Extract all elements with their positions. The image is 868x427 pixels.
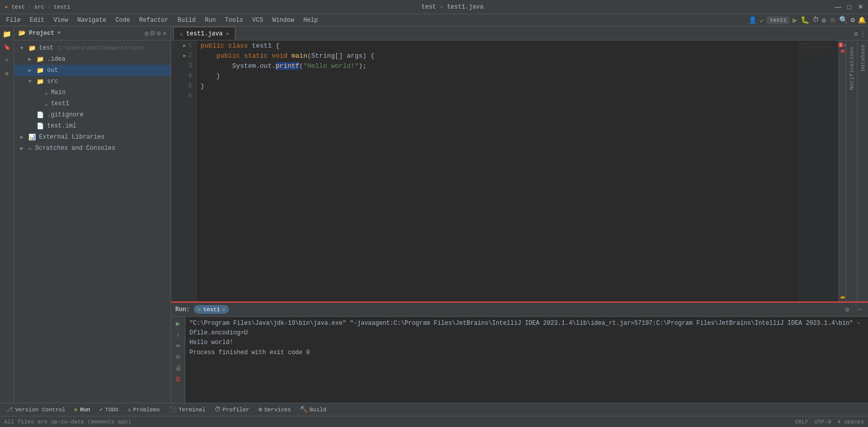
toolbar-build[interactable]: 🔨 Build bbox=[296, 405, 330, 415]
menu-window[interactable]: Window bbox=[268, 16, 298, 25]
menu-navigate[interactable]: Navigate bbox=[73, 16, 110, 25]
rerun-icon[interactable]: ▶ bbox=[174, 319, 183, 328]
line-ending-status[interactable]: CRLF bbox=[795, 419, 808, 425]
sidebar-item-test1[interactable]: ☕ test1 bbox=[14, 98, 171, 109]
sidebar-item-ext-libs[interactable]: ▶ 📊 External Libraries bbox=[14, 132, 171, 143]
line-number: 5 bbox=[188, 82, 192, 90]
menu-run[interactable]: Run bbox=[201, 16, 220, 25]
close-button[interactable]: ✕ bbox=[857, 4, 864, 11]
sidebar-header-icons: ◎ ⊟ ⚙ ✕ bbox=[145, 29, 167, 37]
file-icon: 📄 bbox=[36, 111, 44, 119]
window-title: test - test1.java bbox=[421, 4, 483, 11]
menu-help[interactable]: Help bbox=[299, 16, 322, 25]
menu-code[interactable]: Code bbox=[111, 16, 134, 25]
bookmark-icon[interactable]: 🔖 bbox=[2, 41, 13, 53]
tab-close-icon[interactable]: ✕ bbox=[226, 30, 229, 37]
toolbar-services-label: Services bbox=[264, 407, 291, 413]
settings-button[interactable]: ⚙ bbox=[851, 16, 855, 24]
sidebar-dropdown-icon[interactable]: ▼ bbox=[57, 30, 60, 36]
delete-icon[interactable]: 🗑 bbox=[174, 374, 183, 383]
code-editor-container: ▶ 1 ▶ 2 3 4 5 bbox=[171, 40, 839, 302]
scratches-icon: ✏ bbox=[28, 145, 32, 152]
bottom-strip-icon[interactable]: ⊞ bbox=[2, 68, 13, 79]
code-content[interactable]: public class test1 { public static void … bbox=[196, 40, 798, 302]
xml-file-icon: 📄 bbox=[36, 122, 44, 130]
maximize-button[interactable]: □ bbox=[846, 4, 853, 11]
toolbar-services[interactable]: ⚙ Services bbox=[254, 405, 295, 415]
close-sidebar-icon[interactable]: ✕ bbox=[163, 29, 167, 37]
expand-arrow-icon: ▶ bbox=[28, 56, 34, 62]
sidebar-item-out[interactable]: ▶ 📁 out bbox=[14, 65, 171, 76]
locate-icon[interactable]: ◎ bbox=[145, 29, 149, 37]
menu-file[interactable]: File bbox=[2, 16, 25, 25]
toolbar-version-control[interactable]: ⎇ Version Control bbox=[2, 405, 69, 415]
menu-vcs[interactable]: VCS bbox=[248, 16, 267, 25]
run-left-strip: ▶ ↓ ⇌ ⊟ 🖨 🗑 bbox=[171, 317, 185, 403]
tree-item-label: .idea bbox=[47, 56, 65, 63]
sidebar-item-src[interactable]: ▼ 📁 src bbox=[14, 76, 171, 87]
toolbar-todo[interactable]: ✓ TODO bbox=[95, 405, 123, 415]
project-tool-icon[interactable]: 📁 bbox=[2, 28, 13, 39]
collapse-all-icon[interactable]: ⊟ bbox=[151, 29, 155, 37]
tree-item-path: C:\Users\ASUS\myworks\test bbox=[58, 45, 145, 51]
menu-edit[interactable]: Edit bbox=[26, 16, 49, 25]
editor-options-icon[interactable]: ⋮ bbox=[860, 30, 866, 38]
scroll-to-end-icon[interactable]: ↓ bbox=[174, 330, 183, 339]
run-config-dropdown[interactable]: test1 bbox=[767, 16, 790, 24]
settings-gear-icon[interactable]: ⚙ bbox=[156, 29, 161, 37]
database-label[interactable]: Database bbox=[859, 40, 867, 75]
run-cmd-line: "C:\Program Files\Java\jdk-19\bin\java.e… bbox=[189, 319, 864, 338]
run-arrow-icon[interactable]: ▶ bbox=[183, 53, 186, 59]
notifications-icon[interactable]: 🔔 bbox=[858, 16, 866, 24]
debug-button[interactable]: 🐛 bbox=[801, 16, 809, 24]
title-file: test1 bbox=[54, 4, 70, 10]
run-button[interactable]: ▶ bbox=[793, 15, 798, 25]
minimize-panel-icon[interactable]: — bbox=[855, 305, 864, 314]
run-tab-test1[interactable]: ▶ test1 ✕ bbox=[194, 305, 229, 314]
print-icon[interactable]: 🖨 bbox=[174, 363, 183, 372]
run-arrow-icon[interactable]: ▶ bbox=[183, 42, 186, 49]
sidebar-item-idea[interactable]: ▶ 📁 .idea bbox=[14, 54, 171, 65]
menu-refactor[interactable]: Refactor bbox=[135, 16, 173, 25]
sidebar-item-test-root[interactable]: ▼ 📁 test C:\Users\ASUS\myworks\test bbox=[14, 42, 171, 54]
menu-view[interactable]: View bbox=[50, 16, 72, 25]
soft-wrap-icon[interactable]: ⇌ bbox=[174, 341, 183, 350]
toolbar-profiler[interactable]: ⏱ Profiler bbox=[211, 405, 254, 415]
notifications-label[interactable]: Notifications bbox=[848, 42, 856, 94]
filter-icon[interactable]: ⊟ bbox=[174, 352, 183, 361]
window-controls: — □ ✕ bbox=[835, 4, 864, 11]
profile-button[interactable]: ⏱ bbox=[812, 16, 819, 24]
commit-icon[interactable]: 👤 bbox=[748, 16, 757, 24]
structure-icon[interactable]: ≡ bbox=[2, 55, 13, 66]
minimize-button[interactable]: — bbox=[835, 4, 842, 11]
recent-files-icon[interactable]: ⊞ bbox=[854, 30, 858, 38]
update-icon[interactable]: ↙ bbox=[760, 16, 764, 24]
sidebar-item-gitignore[interactable]: 📄 .gitignore bbox=[14, 109, 171, 120]
run-tab-close-icon[interactable]: ✕ bbox=[222, 307, 225, 313]
sidebar-item-scratches[interactable]: ▶ ✏ Scratches and Consoles bbox=[14, 143, 171, 154]
toolbar-run[interactable]: ▶ Run bbox=[70, 405, 94, 415]
tab-test1-java[interactable]: ☕ test1.java ✕ bbox=[173, 27, 235, 40]
tree-item-label: .gitignore bbox=[47, 111, 84, 118]
toolbar-problems[interactable]: ⚠ Problems bbox=[124, 405, 164, 415]
coverage-button[interactable]: ◎ bbox=[822, 16, 826, 24]
toolbar-terminal[interactable]: ⬛ Terminal bbox=[165, 405, 210, 415]
build-icon: 🔨 bbox=[300, 406, 307, 413]
menu-build[interactable]: Build bbox=[173, 16, 200, 25]
toolbar-vc-label: Version Control bbox=[15, 407, 65, 413]
library-icon: 📊 bbox=[28, 134, 36, 141]
sidebar-item-iml[interactable]: 📄 test.iml bbox=[14, 120, 171, 132]
search-everywhere-button[interactable]: 🔍 bbox=[839, 16, 848, 24]
tree-item-label: test bbox=[39, 45, 54, 52]
terminal-icon: ⬛ bbox=[169, 406, 177, 413]
menu-tools[interactable]: Tools bbox=[221, 16, 247, 25]
encoding-status[interactable]: UTF-8 bbox=[814, 419, 831, 425]
stop-button[interactable]: ⏹ bbox=[829, 16, 836, 24]
sidebar-item-main[interactable]: ☕ Main bbox=[14, 87, 171, 98]
todo-icon: ✓ bbox=[99, 406, 103, 413]
notifications-panel: Notifications bbox=[846, 40, 857, 302]
settings-icon[interactable]: ⚙ bbox=[843, 305, 852, 314]
indent-status[interactable]: 4 spaces bbox=[837, 419, 864, 425]
line-number: 4 bbox=[188, 72, 192, 79]
folder-icon: 📂 bbox=[18, 29, 26, 37]
